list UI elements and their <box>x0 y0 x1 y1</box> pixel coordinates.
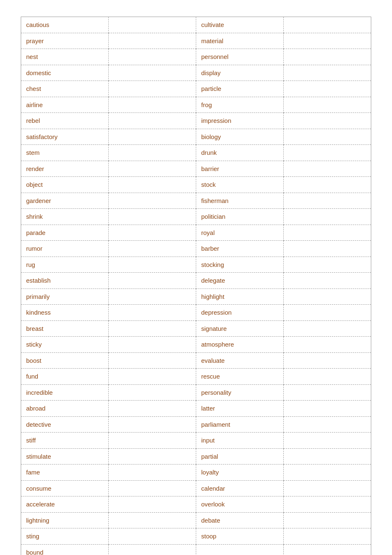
word-col1: primarily <box>21 289 109 305</box>
word-col2 <box>109 97 196 113</box>
word-col4 <box>284 193 371 209</box>
word-col1: stimulate <box>21 448 109 465</box>
word-col4 <box>284 273 371 289</box>
word-col1: render <box>21 161 109 177</box>
table-row: airlinefrog <box>21 97 371 113</box>
table-row: objectstock <box>21 177 371 193</box>
word-col1: domestic <box>21 65 109 81</box>
word-col2 <box>109 401 196 417</box>
table-row: stingstoop <box>21 528 371 545</box>
word-col4 <box>284 416 371 433</box>
word-col2 <box>109 241 196 257</box>
word-col2 <box>109 320 196 337</box>
word-col3: input <box>196 433 284 449</box>
table-row: abroadlatter <box>21 401 371 417</box>
word-col1: bound <box>21 544 109 555</box>
word-col3: atmosphere <box>196 337 284 353</box>
table-row: nestpersonnel <box>21 49 371 65</box>
table-row: bound <box>21 544 371 555</box>
word-col2 <box>109 448 196 465</box>
word-col2 <box>109 465 196 481</box>
word-col2 <box>109 49 196 65</box>
word-col1: incredible <box>21 384 109 401</box>
table-row: breastsignature <box>21 320 371 337</box>
word-col3: overlook <box>196 496 284 513</box>
word-col2 <box>109 161 196 177</box>
word-col1: sticky <box>21 337 109 353</box>
word-col2 <box>109 528 196 545</box>
word-col2 <box>109 17 196 33</box>
word-col2 <box>109 129 196 145</box>
word-col2 <box>109 433 196 449</box>
word-col2 <box>109 257 196 273</box>
table-row: incrediblepersonality <box>21 384 371 401</box>
word-col4 <box>284 209 371 225</box>
word-col4 <box>284 241 371 257</box>
page: cautiouscultivateprayermaterialnestperso… <box>0 0 392 555</box>
word-col1: gardener <box>21 193 109 209</box>
word-col4 <box>284 161 371 177</box>
word-col2 <box>109 113 196 129</box>
word-col4 <box>284 81 371 97</box>
table-row: kindnessdepression <box>21 305 371 321</box>
word-col1: nest <box>21 49 109 65</box>
table-row: stiffinput <box>21 433 371 449</box>
word-col3: personnel <box>196 49 284 65</box>
word-col2 <box>109 416 196 433</box>
word-col3: delegate <box>196 273 284 289</box>
word-col4 <box>284 528 371 545</box>
word-col4 <box>284 129 371 145</box>
word-col3: rescue <box>196 369 284 385</box>
word-col1: satisfactory <box>21 129 109 145</box>
word-col1: detective <box>21 416 109 433</box>
word-col3: loyalty <box>196 465 284 481</box>
word-col2 <box>109 81 196 97</box>
table-row: paraderoyal <box>21 225 371 241</box>
word-col4 <box>284 496 371 513</box>
word-col4 <box>284 401 371 417</box>
table-row: rugstocking <box>21 257 371 273</box>
word-col1: sting <box>21 528 109 545</box>
word-col2 <box>109 209 196 225</box>
word-col2 <box>109 496 196 513</box>
word-col3: barrier <box>196 161 284 177</box>
word-col2 <box>109 145 196 161</box>
table-row: fundrescue <box>21 369 371 385</box>
word-col1: parade <box>21 225 109 241</box>
word-col3: barber <box>196 241 284 257</box>
word-col2 <box>109 369 196 385</box>
word-col3: impression <box>196 113 284 129</box>
word-col3: personality <box>196 384 284 401</box>
table-row: stickyatmosphere <box>21 337 371 353</box>
word-col1: chest <box>21 81 109 97</box>
word-col3: debate <box>196 512 284 528</box>
word-col3: material <box>196 33 284 49</box>
table-row: stimulatepartial <box>21 448 371 465</box>
word-col3: partial <box>196 448 284 465</box>
word-col1: kindness <box>21 305 109 321</box>
word-col4 <box>284 544 371 555</box>
word-col3: royal <box>196 225 284 241</box>
word-col4 <box>284 17 371 33</box>
word-col2 <box>109 480 196 496</box>
word-col1: cautious <box>21 17 109 33</box>
word-col1: rug <box>21 257 109 273</box>
table-row: consumecalendar <box>21 480 371 496</box>
word-col4 <box>284 352 371 369</box>
word-col4 <box>284 177 371 193</box>
word-col4 <box>284 113 371 129</box>
table-row: boostevaluate <box>21 352 371 369</box>
word-col1: accelerate <box>21 496 109 513</box>
word-col1: rebel <box>21 113 109 129</box>
word-col2 <box>109 193 196 209</box>
word-col3: stoop <box>196 528 284 545</box>
word-col3: display <box>196 65 284 81</box>
table-row: chestparticle <box>21 81 371 97</box>
word-col3: fisherman <box>196 193 284 209</box>
word-col3 <box>196 544 284 555</box>
word-col4 <box>284 512 371 528</box>
word-col4 <box>284 433 371 449</box>
word-col2 <box>109 512 196 528</box>
table-row: primarilyhighlight <box>21 289 371 305</box>
word-col2 <box>109 337 196 353</box>
